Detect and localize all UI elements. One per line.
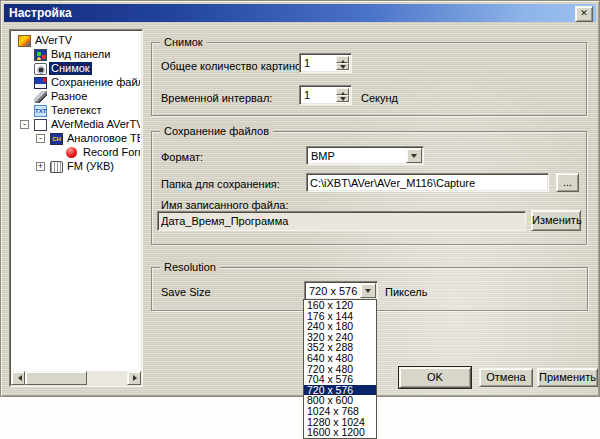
avertv-logo-icon [18,35,31,47]
misc-icon [34,91,47,103]
settings-tree-panel: AVerTVВид панелиСнимокСохранение файловР… [9,29,143,387]
record-icon [66,147,77,158]
resolution-dropdown: 160 x 120176 x 144240 x 180320 x 240352 … [303,299,377,439]
scroll-right-button[interactable] [127,371,141,385]
filename-input[interactable] [157,211,526,231]
interval-label: Временной интервал: [161,92,272,104]
close-icon: ✕ [580,8,588,18]
folder-label: Папка для сохранения: [161,178,280,190]
spin-down-button[interactable] [336,63,349,70]
spin-down-icon [340,97,346,104]
collapse-icon[interactable]: - [36,134,45,143]
format-value: BMP [311,149,405,163]
spin-down-icon [340,65,346,72]
tree-item-label: Сохранение файлов [49,76,140,89]
total-pictures-label: Общее количество картинок: [161,60,309,72]
tree-item[interactable]: Сохранение файлов [12,76,140,90]
tree-item-label: Телетекст [49,104,104,117]
collapse-icon[interactable]: - [20,120,29,129]
expand-icon[interactable]: + [36,162,45,171]
snapshot-group: Снимок [151,42,587,116]
total-pictures-spinner [336,56,349,70]
save-size-combobox[interactable]: 720 x 576 [304,281,378,300]
snapshot-icon [34,63,47,75]
chevron-down-icon [365,289,371,296]
interval-unit-label: Секунд [361,92,398,104]
scroll-left-icon [15,375,22,381]
tree-item[interactable]: Телетекст [12,104,140,118]
ok-button[interactable]: OK [399,367,471,388]
save-size-value: 720 x 576 [309,284,359,298]
tree-item[interactable]: -Аналоговое ТВ [12,132,140,146]
close-button[interactable]: ✕ [575,6,593,22]
format-dropdown-button[interactable] [406,148,422,163]
tree-item[interactable]: Record Format [12,146,140,160]
save-size-unit-label: Пиксель [385,286,427,298]
tree-item[interactable]: Снимок [12,62,140,76]
tree-item-label: AVerTV [33,34,74,47]
snapshot-group-title: Снимок [160,36,207,49]
tree-horizontal-scrollbar[interactable] [11,371,141,385]
format-combobox[interactable]: BMP [306,146,424,165]
cancel-button-label: Отмена [486,371,525,383]
save-size-dropdown-button[interactable] [360,283,376,298]
apply-button[interactable]: Применить [537,368,598,387]
settings-dialog: Настройка ✕ AVerTVВид панелиСнимокСохран… [0,0,600,397]
dropdown-option[interactable]: 1600 x 1200 [304,427,376,438]
total-pictures-input[interactable] [301,55,339,71]
change-button-label: Изменить [532,214,582,226]
apply-button-label: Применить [539,371,596,383]
tree-item[interactable]: +FM (УКВ) [12,160,140,174]
browse-button[interactable]: ... [556,173,579,192]
tree-item-label: Аналоговое ТВ [65,132,140,145]
tree-item[interactable]: Разное [12,90,140,104]
cancel-button[interactable]: Отмена [479,368,533,387]
tree-item[interactable]: Вид панели [12,48,140,62]
save-size-label: Save Size [161,286,211,298]
fm-radio-icon [50,161,63,173]
spin-down-button[interactable] [336,95,349,102]
saving-group-title: Сохранение файлов [160,125,273,138]
tree-item[interactable]: -AVerMedia AVerTV M [12,118,140,132]
panel-view-icon [34,49,47,61]
dropdown-option[interactable]: 1024 x 768 [304,406,376,417]
filename-label: Имя записанного файла: [161,199,288,211]
tree-item-label: Record Format [81,146,140,159]
format-label: Формат: [161,151,203,163]
dropdown-option[interactable]: 160 x 120 [304,300,376,311]
tree-item[interactable]: AVerTV [12,34,140,48]
interval-spinner [336,88,349,102]
tree-item-label: AVerMedia AVerTV M [49,118,140,131]
scroll-left-button[interactable] [11,371,25,385]
scroll-right-icon [133,375,140,381]
folder-input[interactable] [306,173,549,192]
tree-item-label: Снимок [49,62,92,75]
title-bar[interactable]: Настройка ✕ [4,4,596,22]
resolution-group-title: Resolution [160,261,220,274]
change-button[interactable]: Изменить [531,210,581,231]
dropdown-option[interactable]: 640 x 480 [304,353,376,364]
chevron-down-icon [411,154,417,161]
tree-item-label: Разное [49,90,89,103]
tree-item-label: Вид панели [49,48,112,61]
window-title: Настройка [9,6,72,20]
browse-button-label: ... [563,176,572,188]
spin-up-button[interactable] [336,56,349,63]
ok-button-label: OK [427,371,443,383]
teletext-icon [34,105,47,117]
save-icon [34,77,47,89]
interval-field [299,85,352,105]
analog-tv-icon [50,133,63,145]
spin-up-button[interactable] [336,88,349,95]
interval-input[interactable] [301,87,339,103]
total-pictures-field [299,53,352,73]
scrollbar-thumb[interactable] [25,371,87,385]
capture-card-icon [34,119,47,131]
tree: AVerTVВид панелиСнимокСохранение файловР… [12,32,140,370]
tree-item-label: FM (УКВ) [65,160,116,173]
